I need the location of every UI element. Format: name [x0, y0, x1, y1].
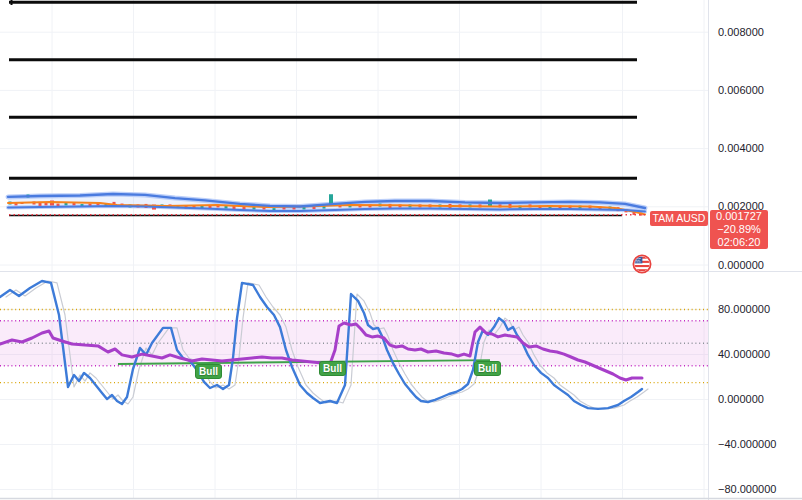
axis-tick-label: 0.006000 [718, 84, 764, 97]
chart-canvas[interactable] [0, 0, 802, 500]
axis-tick-label: 0.004000 [718, 142, 764, 155]
symbol-label: TAM AUSD [650, 211, 708, 226]
mini-candle [329, 194, 333, 204]
bull-signal-label: Bull [474, 361, 501, 376]
us-flag-event-icon[interactable] [632, 254, 652, 274]
mini-candle [273, 208, 276, 210]
bull-signal-label: Bull [195, 364, 222, 379]
last-price: 0.001727 [710, 210, 768, 223]
axis-tick-label: 0.000000 [718, 393, 764, 406]
axis-tick-label: 80.000000 [718, 303, 770, 316]
axis-tick-label: 40.000000 [718, 348, 770, 361]
axis-tick-label: −40.000000 [718, 438, 776, 451]
chart-root: 0.0080000.0060000.0040000.0020000.000000… [0, 0, 802, 500]
axis-tick-label: −80.000000 [718, 483, 776, 496]
bar-countdown: 02:06:20 [710, 236, 768, 249]
price-badge: 0.001727 −20.89% 02:06:20 [710, 210, 768, 249]
level-anchor-notch [11, 0, 13, 5]
bull-signal-label: Bull [319, 361, 346, 376]
axis-tick-label: 0.000000 [718, 259, 764, 272]
price-change-percent: −20.89% [710, 223, 768, 236]
axis-tick-label: 0.008000 [718, 26, 764, 39]
